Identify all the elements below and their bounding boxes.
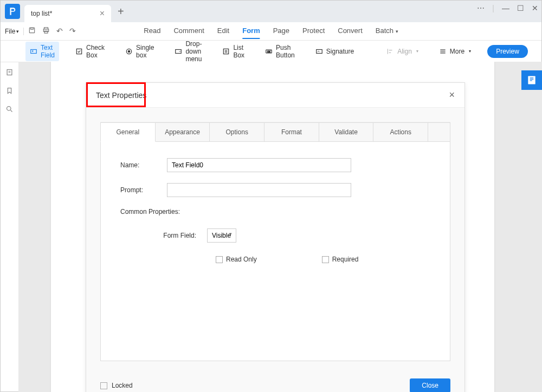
signature-button[interactable]: Signature xyxy=(311,45,358,57)
redo-icon[interactable]: ↷ xyxy=(69,27,76,36)
thumbnails-icon[interactable] xyxy=(5,68,14,78)
single-box-button[interactable]: Single box xyxy=(121,42,158,61)
maximize-icon[interactable]: ☐ xyxy=(517,4,524,12)
checks-row: Read Only Required xyxy=(216,256,430,263)
svg-rect-16 xyxy=(528,76,535,84)
form-field-select[interactable]: Visible xyxy=(207,228,236,243)
checkbox-icon xyxy=(100,382,107,389)
dtab-actions[interactable]: Actions xyxy=(373,122,428,142)
required-checkbox[interactable]: Required xyxy=(322,256,359,263)
bookmark-icon[interactable] xyxy=(5,87,14,96)
common-properties-label: Common Properties: xyxy=(120,208,430,215)
locked-checkbox[interactable]: Locked xyxy=(100,382,133,389)
dtab-options[interactable]: Options xyxy=(210,122,264,142)
listbox-icon xyxy=(222,48,230,55)
dtab-format[interactable]: Format xyxy=(264,122,319,142)
app-icon[interactable] xyxy=(5,4,20,19)
svg-point-15 xyxy=(7,107,11,111)
form-field-row: Form Field: Visible xyxy=(120,228,430,243)
dialog-footer: Locked Close xyxy=(86,371,464,392)
text-properties-dialog: Text Properties × General Appearance Opt… xyxy=(86,82,465,392)
minimize-icon[interactable]: — xyxy=(502,4,509,12)
form-toolbar: Text Field Check Box Single box Drop-dow… xyxy=(1,41,541,62)
tab-read[interactable]: Read xyxy=(144,23,160,39)
search-icon[interactable] xyxy=(5,105,14,115)
main-tabs: Read Comment Edit Form Page Protect Conv… xyxy=(144,23,398,39)
print-icon[interactable] xyxy=(42,27,50,36)
dropdown-button[interactable]: Drop-down menu xyxy=(170,38,206,65)
left-rail xyxy=(0,62,18,115)
name-input[interactable] xyxy=(167,158,351,172)
align-icon xyxy=(386,48,394,55)
name-row: Name: xyxy=(120,158,430,172)
menubar: File ▾ ↶ ↷ Read Comment Edit Form Page P… xyxy=(1,22,541,41)
quick-access-toolbar: ↶ ↷ xyxy=(28,27,76,36)
tab-title: top list* xyxy=(31,10,100,17)
svg-point-8 xyxy=(128,50,130,53)
svg-rect-5 xyxy=(31,49,37,53)
tab-edit[interactable]: Edit xyxy=(217,23,229,39)
form-field-label: Form Field: xyxy=(160,232,207,239)
dialog-tabs: General Appearance Options Format Valida… xyxy=(100,122,450,142)
svg-rect-0 xyxy=(30,28,35,32)
file-menu-label: File xyxy=(5,28,15,35)
undo-icon[interactable]: ↶ xyxy=(56,27,63,36)
chevron-down-icon: ▾ xyxy=(416,49,418,54)
new-tab-button[interactable]: + xyxy=(118,5,124,18)
kebab-icon[interactable]: ⋯ xyxy=(477,4,485,12)
window-controls: ⋯ | — ☐ ✕ xyxy=(477,4,538,12)
chevron-down-icon: ▾ xyxy=(396,29,398,34)
button-icon: OK xyxy=(265,48,273,55)
tab-panel-general: Name: Prompt: Common Properties: Form Fi… xyxy=(100,142,450,361)
dtab-validate[interactable]: Validate xyxy=(319,122,374,142)
prompt-input[interactable] xyxy=(167,183,351,197)
radio-icon xyxy=(125,48,133,55)
name-label: Name: xyxy=(120,161,167,169)
tab-comment[interactable]: Comment xyxy=(173,23,204,39)
save-icon[interactable] xyxy=(28,27,36,36)
svg-rect-1 xyxy=(31,28,34,29)
text-field-button[interactable]: Text Field xyxy=(25,42,59,61)
dialog-title: Text Properties xyxy=(96,91,146,100)
document-tab[interactable]: top list* × xyxy=(24,5,111,22)
tab-batch[interactable]: Batch ▾ xyxy=(376,23,398,39)
titlebar: top list* × + ⋯ | — ☐ ✕ xyxy=(1,1,541,22)
tab-form[interactable]: Form xyxy=(242,23,260,39)
chevron-down-icon: ▾ xyxy=(469,49,471,54)
svg-text:OK: OK xyxy=(267,50,270,53)
chevron-down-icon: ▾ xyxy=(16,29,19,34)
dtab-appearance[interactable]: Appearance xyxy=(156,122,210,142)
dtab-blank xyxy=(428,122,450,142)
preview-button[interactable]: Preview xyxy=(487,45,528,58)
close-button[interactable]: Close xyxy=(410,378,450,392)
svg-rect-6 xyxy=(76,49,81,54)
more-button[interactable]: More ▾ xyxy=(435,45,475,57)
tab-protect[interactable]: Protect xyxy=(302,23,325,39)
prompt-row: Prompt: xyxy=(120,183,430,197)
checkbox-icon xyxy=(216,256,223,263)
prompt-label: Prompt: xyxy=(120,186,167,194)
push-button-button[interactable]: OK Push Button xyxy=(261,42,299,61)
list-box-button[interactable]: List Box xyxy=(218,42,249,61)
dtab-general[interactable]: General xyxy=(100,122,156,142)
text-field-icon xyxy=(30,48,37,55)
tab-convert[interactable]: Convert xyxy=(338,23,363,39)
right-dock-button[interactable] xyxy=(521,70,542,90)
file-menu[interactable]: File ▾ xyxy=(5,28,24,35)
close-window-icon[interactable]: ✕ xyxy=(532,4,538,12)
dialog-close-icon[interactable]: × xyxy=(449,89,455,101)
tab-page[interactable]: Page xyxy=(273,23,289,39)
tab-close-icon[interactable]: × xyxy=(100,9,105,18)
checkbox-icon xyxy=(75,48,83,55)
dialog-header: Text Properties × xyxy=(86,83,464,108)
signature-icon xyxy=(315,48,323,55)
hamburger-icon xyxy=(439,48,447,55)
align-button[interactable]: Align ▾ xyxy=(382,45,423,57)
check-box-button[interactable]: Check Box xyxy=(71,42,109,61)
dialog-body: General Appearance Options Format Valida… xyxy=(86,108,464,371)
dropdown-icon xyxy=(175,48,182,55)
read-only-checkbox[interactable]: Read Only xyxy=(216,256,257,263)
checkbox-icon xyxy=(322,256,329,263)
